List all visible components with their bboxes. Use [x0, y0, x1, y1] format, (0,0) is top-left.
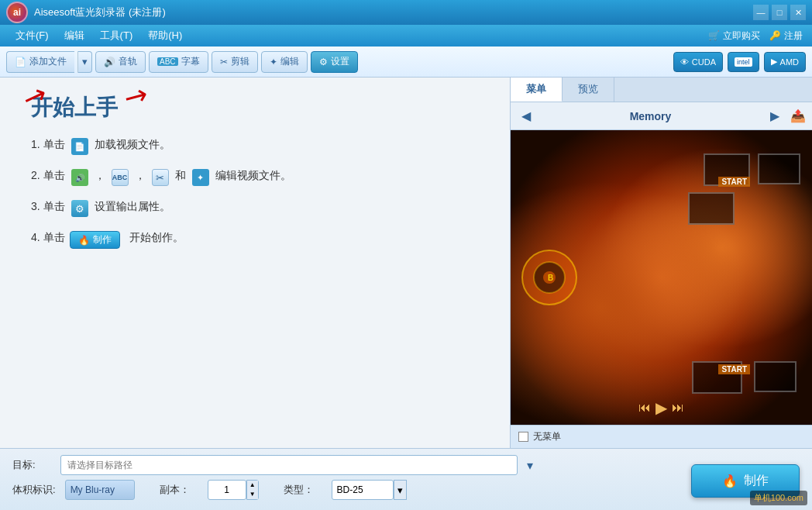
- start-label-1: START: [718, 177, 750, 187]
- copies-label: 副本：: [160, 483, 198, 497]
- buy-button[interactable]: 🛒 立即购买: [708, 29, 760, 43]
- bottom-row-1: 目标: ▾: [12, 455, 800, 475]
- preview-image: START START B ⏮ ▶ ⏭: [511, 130, 812, 425]
- settings-icon: ⚙: [319, 57, 328, 67]
- toolbar: 📄 添加文件 ▾ 🔊 音轨 ABC 字幕 ✂ 剪辑 ✦ 编辑 ⚙ 设置 👁 CU…: [0, 47, 812, 78]
- cuda-badge: 👁 CUDA: [673, 52, 723, 72]
- menu-file[interactable]: 文件(F): [9, 26, 55, 46]
- getting-started-title: 开始上手: [31, 93, 479, 122]
- bottom-bar: 目标: ▾ 体积标识: 副本： ▲ ▼ 类型： ▾ 🔥 制作: [0, 448, 812, 510]
- intel-icon: intel: [735, 57, 752, 67]
- filmstrip-3: [688, 192, 735, 225]
- menu-help[interactable]: 帮助(H): [142, 26, 188, 46]
- step-2-icon-edit: ✦: [192, 169, 209, 186]
- copies-input[interactable]: [208, 480, 246, 500]
- step-3-icon: ⚙: [71, 200, 88, 217]
- no-menu-bar: 无菜单: [511, 425, 812, 448]
- step-3-text: 设置输出属性。: [95, 200, 170, 214]
- minimize-button[interactable]: —: [753, 5, 769, 20]
- type-input[interactable]: [332, 480, 394, 500]
- volume-input[interactable]: [65, 480, 135, 500]
- menu-bar: 文件(F) 编辑 工具(T) 帮助(H) 🛒 立即购买 🔑 注册: [0, 25, 812, 47]
- left-panel: ↙ ↙ 开始上手 1. 单击 📄 加载视频文件。 2. 单击 🔊 ， ABC ，…: [0, 78, 510, 448]
- amd-badge: ▶ AMD: [764, 52, 806, 72]
- step-4-text: 开始创作。: [129, 231, 184, 245]
- preview-nav: ◀ Memory ▶ 📤: [511, 102, 812, 130]
- step-2-prefix: 2. 单击: [31, 169, 65, 183]
- step-3-prefix: 3. 单击: [31, 200, 65, 214]
- play-btn[interactable]: ▶: [655, 398, 667, 417]
- film-reel: B: [518, 246, 580, 308]
- target-path-input[interactable]: [60, 455, 518, 475]
- step-2-icon-trim: ✂: [152, 169, 169, 186]
- right-panel: 菜单 预览 ◀ Memory ▶ 📤 START START: [510, 78, 812, 448]
- step-1: 1. 单击 📄 加载视频文件。: [31, 138, 479, 155]
- trim-button[interactable]: ✂ 剪辑: [212, 51, 258, 73]
- tab-preview[interactable]: 预览: [563, 78, 614, 102]
- step-1-icon: 📄: [71, 138, 88, 155]
- add-file-dropdown[interactable]: ▾: [77, 51, 92, 73]
- audio-button[interactable]: 🔊 音轨: [95, 51, 146, 73]
- edit-button[interactable]: ✦ 编辑: [261, 51, 308, 73]
- step-4-prefix: 4. 单击: [31, 231, 65, 245]
- key-icon: 🔑: [769, 30, 781, 41]
- target-label: 目标:: [12, 458, 51, 472]
- step-2-icon-subtitle: ABC: [112, 169, 129, 186]
- amd-icon: ▶: [771, 57, 777, 67]
- svg-text:B: B: [548, 274, 553, 282]
- app-logo: ai: [6, 2, 28, 23]
- play-controls: ⏮ ▶ ⏭: [638, 398, 684, 417]
- add-file-icon: 📄: [15, 57, 26, 67]
- no-menu-checkbox[interactable]: [518, 432, 528, 442]
- register-button[interactable]: 🔑 注册: [769, 29, 803, 43]
- step-4: 4. 单击 🔥 制作 开始创作。: [31, 231, 479, 249]
- prev-arrow[interactable]: ◀: [517, 107, 535, 125]
- audio-icon: 🔊: [104, 57, 115, 67]
- step-4-fire-icon: 🔥: [78, 235, 90, 246]
- title-bar-left: ai Aiseesoft蓝光刻录器 (未注册): [6, 2, 166, 23]
- step-1-text: 加载视频文件。: [95, 138, 170, 152]
- next-arrow[interactable]: ▶: [766, 107, 784, 125]
- menu-edit[interactable]: 编辑: [58, 26, 91, 46]
- filmstrip-5: [754, 361, 797, 392]
- no-menu-label: 无菜单: [533, 430, 561, 443]
- maximize-button[interactable]: □: [772, 5, 787, 20]
- title-bar-controls: — □ ✕: [753, 5, 806, 20]
- copies-control: ▲ ▼: [208, 480, 259, 500]
- window-title: Aiseesoft蓝光刻录器 (未注册): [34, 5, 166, 19]
- copies-spinner: ▲ ▼: [246, 480, 259, 500]
- make-fire-icon: 🔥: [722, 474, 738, 488]
- type-label: 类型：: [284, 483, 322, 497]
- tab-bar: 菜单 预览: [511, 78, 812, 102]
- edit-icon: ✦: [270, 57, 277, 67]
- watermark: 单机100.com: [750, 491, 807, 505]
- subtitle-button[interactable]: ABC 字幕: [149, 51, 208, 73]
- step-3: 3. 单击 ⚙ 设置输出属性。: [31, 200, 479, 217]
- filmstrip-2: [758, 153, 800, 184]
- copies-up[interactable]: ▲: [247, 481, 258, 490]
- trim-icon: ✂: [220, 57, 228, 67]
- next-frame-btn[interactable]: ⏭: [672, 401, 684, 415]
- menu-tools[interactable]: 工具(T): [94, 26, 139, 46]
- type-control: ▾: [332, 480, 407, 500]
- step-1-num: 1. 单击: [31, 138, 65, 152]
- cart-icon: 🛒: [708, 30, 720, 41]
- prev-frame-btn[interactable]: ⏮: [638, 401, 651, 415]
- volume-label: 体积标识:: [12, 483, 56, 497]
- step-4-make-button[interactable]: 🔥 制作: [70, 231, 120, 249]
- memory-title: Memory: [542, 110, 759, 122]
- intel-badge: intel: [728, 52, 759, 72]
- export-icon[interactable]: 📤: [790, 109, 806, 123]
- add-file-button[interactable]: 📄 添加文件: [6, 51, 74, 73]
- cuda-icon: 👁: [680, 57, 689, 67]
- tab-menu[interactable]: 菜单: [511, 78, 563, 102]
- type-dropdown-arrow[interactable]: ▾: [394, 480, 407, 500]
- copies-down[interactable]: ▼: [247, 490, 258, 499]
- settings-button[interactable]: ⚙ 设置: [311, 51, 358, 73]
- step-2-text: 编辑视频文件。: [215, 169, 291, 183]
- toolbar-right: 👁 CUDA intel ▶ AMD: [673, 52, 806, 72]
- preview-placeholder: START START B ⏮ ▶ ⏭: [511, 130, 812, 425]
- target-dropdown-arrow[interactable]: ▾: [527, 458, 533, 473]
- close-button[interactable]: ✕: [790, 5, 806, 20]
- start-label-2: START: [718, 364, 750, 374]
